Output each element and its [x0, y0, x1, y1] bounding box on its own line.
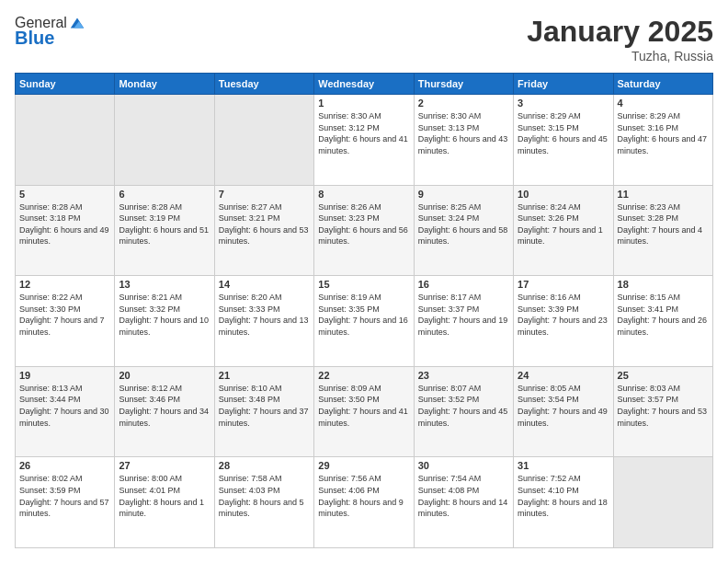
- table-row: 2Sunrise: 8:30 AM Sunset: 3:13 PM Daylig…: [414, 95, 513, 186]
- day-number: 29: [318, 460, 409, 471]
- table-row: 11Sunrise: 8:23 AM Sunset: 3:28 PM Dayli…: [613, 185, 712, 276]
- day-number: 2: [418, 98, 509, 109]
- day-number: 31: [518, 460, 609, 471]
- day-info: Sunrise: 8:12 AM Sunset: 3:46 PM Dayligh…: [119, 383, 210, 429]
- table-row: 3Sunrise: 8:29 AM Sunset: 3:15 PM Daylig…: [514, 95, 613, 186]
- table-row: 13Sunrise: 8:21 AM Sunset: 3:32 PM Dayli…: [115, 276, 214, 367]
- day-number: 9: [418, 189, 509, 200]
- day-number: 28: [219, 460, 310, 471]
- day-info: Sunrise: 8:30 AM Sunset: 3:12 PM Dayligh…: [318, 110, 409, 156]
- table-row: 31Sunrise: 7:52 AM Sunset: 4:10 PM Dayli…: [514, 457, 613, 548]
- day-number: 22: [318, 370, 409, 381]
- day-info: Sunrise: 8:15 AM Sunset: 3:41 PM Dayligh…: [618, 292, 709, 338]
- table-row: 1Sunrise: 8:30 AM Sunset: 3:12 PM Daylig…: [314, 95, 414, 186]
- day-info: Sunrise: 7:52 AM Sunset: 4:10 PM Dayligh…: [518, 473, 609, 519]
- day-number: 23: [418, 370, 509, 381]
- table-row: 16Sunrise: 8:17 AM Sunset: 3:37 PM Dayli…: [414, 276, 513, 367]
- day-info: Sunrise: 8:07 AM Sunset: 3:52 PM Dayligh…: [418, 383, 509, 429]
- logo-icon: [69, 15, 85, 31]
- day-info: Sunrise: 8:23 AM Sunset: 3:28 PM Dayligh…: [618, 201, 709, 247]
- day-info: Sunrise: 8:03 AM Sunset: 3:57 PM Dayligh…: [618, 383, 709, 429]
- day-number: 30: [418, 460, 509, 471]
- day-info: Sunrise: 8:28 AM Sunset: 3:19 PM Dayligh…: [119, 201, 210, 247]
- day-number: 12: [19, 279, 110, 290]
- col-sunday: Sunday: [16, 74, 115, 95]
- day-info: Sunrise: 7:54 AM Sunset: 4:08 PM Dayligh…: [418, 473, 509, 519]
- table-row: 14Sunrise: 8:20 AM Sunset: 3:33 PM Dayli…: [214, 276, 313, 367]
- day-info: Sunrise: 8:24 AM Sunset: 3:26 PM Dayligh…: [518, 201, 609, 247]
- location: Tuzha, Russia: [527, 49, 713, 63]
- calendar-header-row: Sunday Monday Tuesday Wednesday Thursday…: [16, 74, 713, 95]
- day-info: Sunrise: 8:27 AM Sunset: 3:21 PM Dayligh…: [219, 201, 310, 247]
- col-tuesday: Tuesday: [214, 74, 313, 95]
- table-row: 20Sunrise: 8:12 AM Sunset: 3:46 PM Dayli…: [115, 366, 214, 457]
- table-row: [115, 95, 214, 186]
- table-row: [214, 95, 313, 186]
- day-number: 20: [119, 370, 210, 381]
- table-row: 30Sunrise: 7:54 AM Sunset: 4:08 PM Dayli…: [414, 457, 513, 548]
- day-number: 3: [518, 98, 609, 109]
- day-number: 6: [119, 189, 210, 200]
- day-number: 4: [618, 98, 709, 109]
- table-row: 15Sunrise: 8:19 AM Sunset: 3:35 PM Dayli…: [314, 276, 414, 367]
- table-row: 9Sunrise: 8:25 AM Sunset: 3:24 PM Daylig…: [414, 185, 513, 276]
- table-row: 8Sunrise: 8:26 AM Sunset: 3:23 PM Daylig…: [314, 185, 414, 276]
- day-number: 13: [119, 279, 210, 290]
- table-row: 19Sunrise: 8:13 AM Sunset: 3:44 PM Dayli…: [16, 366, 115, 457]
- col-wednesday: Wednesday: [314, 74, 414, 95]
- day-info: Sunrise: 8:20 AM Sunset: 3:33 PM Dayligh…: [219, 292, 310, 338]
- day-number: 7: [219, 189, 310, 200]
- page: General Blue January 2025 Tuzha, Russia …: [0, 0, 728, 563]
- day-number: 27: [119, 460, 210, 471]
- day-info: Sunrise: 8:21 AM Sunset: 3:32 PM Dayligh…: [119, 292, 210, 338]
- table-row: 29Sunrise: 7:56 AM Sunset: 4:06 PM Dayli…: [314, 457, 414, 548]
- table-row: 5Sunrise: 8:28 AM Sunset: 3:18 PM Daylig…: [16, 185, 115, 276]
- day-number: 25: [618, 370, 709, 381]
- table-row: 21Sunrise: 8:10 AM Sunset: 3:48 PM Dayli…: [214, 366, 313, 457]
- day-info: Sunrise: 8:19 AM Sunset: 3:35 PM Dayligh…: [318, 292, 409, 338]
- col-monday: Monday: [115, 74, 214, 95]
- table-row: 23Sunrise: 8:07 AM Sunset: 3:52 PM Dayli…: [414, 366, 513, 457]
- day-number: 24: [518, 370, 609, 381]
- table-row: 18Sunrise: 8:15 AM Sunset: 3:41 PM Dayli…: [613, 276, 712, 367]
- day-number: 10: [518, 189, 609, 200]
- col-thursday: Thursday: [414, 74, 513, 95]
- day-number: 1: [318, 98, 409, 109]
- table-row: 17Sunrise: 8:16 AM Sunset: 3:39 PM Dayli…: [514, 276, 613, 367]
- col-saturday: Saturday: [613, 74, 712, 95]
- table-row: 7Sunrise: 8:27 AM Sunset: 3:21 PM Daylig…: [214, 185, 313, 276]
- day-info: Sunrise: 8:16 AM Sunset: 3:39 PM Dayligh…: [518, 292, 609, 338]
- table-row: 28Sunrise: 7:58 AM Sunset: 4:03 PM Dayli…: [214, 457, 313, 548]
- table-row: [16, 95, 115, 186]
- day-number: 14: [219, 279, 310, 290]
- table-row: 10Sunrise: 8:24 AM Sunset: 3:26 PM Dayli…: [514, 185, 613, 276]
- table-row: 6Sunrise: 8:28 AM Sunset: 3:19 PM Daylig…: [115, 185, 214, 276]
- table-row: 4Sunrise: 8:29 AM Sunset: 3:16 PM Daylig…: [613, 95, 712, 186]
- day-info: Sunrise: 8:05 AM Sunset: 3:54 PM Dayligh…: [518, 383, 609, 429]
- day-info: Sunrise: 8:02 AM Sunset: 3:59 PM Dayligh…: [19, 473, 110, 519]
- day-info: Sunrise: 7:58 AM Sunset: 4:03 PM Dayligh…: [219, 473, 310, 519]
- table-row: 27Sunrise: 8:00 AM Sunset: 4:01 PM Dayli…: [115, 457, 214, 548]
- day-info: Sunrise: 8:25 AM Sunset: 3:24 PM Dayligh…: [418, 201, 509, 247]
- col-friday: Friday: [514, 74, 613, 95]
- table-row: [613, 457, 712, 548]
- logo: General Blue: [15, 15, 85, 49]
- day-number: 18: [618, 279, 709, 290]
- day-info: Sunrise: 8:26 AM Sunset: 3:23 PM Dayligh…: [318, 201, 409, 247]
- day-info: Sunrise: 8:28 AM Sunset: 3:18 PM Dayligh…: [19, 201, 110, 247]
- day-info: Sunrise: 8:29 AM Sunset: 3:16 PM Dayligh…: [618, 110, 709, 156]
- day-info: Sunrise: 8:17 AM Sunset: 3:37 PM Dayligh…: [418, 292, 509, 338]
- day-number: 17: [518, 279, 609, 290]
- day-info: Sunrise: 8:00 AM Sunset: 4:01 PM Dayligh…: [119, 473, 210, 519]
- day-number: 15: [318, 279, 409, 290]
- day-number: 19: [19, 370, 110, 381]
- day-info: Sunrise: 8:10 AM Sunset: 3:48 PM Dayligh…: [219, 383, 310, 429]
- day-number: 8: [318, 189, 409, 200]
- title-block: January 2025 Tuzha, Russia: [527, 15, 713, 63]
- day-info: Sunrise: 8:09 AM Sunset: 3:50 PM Dayligh…: [318, 383, 409, 429]
- day-info: Sunrise: 8:13 AM Sunset: 3:44 PM Dayligh…: [19, 383, 110, 429]
- table-row: 22Sunrise: 8:09 AM Sunset: 3:50 PM Dayli…: [314, 366, 414, 457]
- table-row: 25Sunrise: 8:03 AM Sunset: 3:57 PM Dayli…: [613, 366, 712, 457]
- day-number: 26: [19, 460, 110, 471]
- day-info: Sunrise: 8:30 AM Sunset: 3:13 PM Dayligh…: [418, 110, 509, 156]
